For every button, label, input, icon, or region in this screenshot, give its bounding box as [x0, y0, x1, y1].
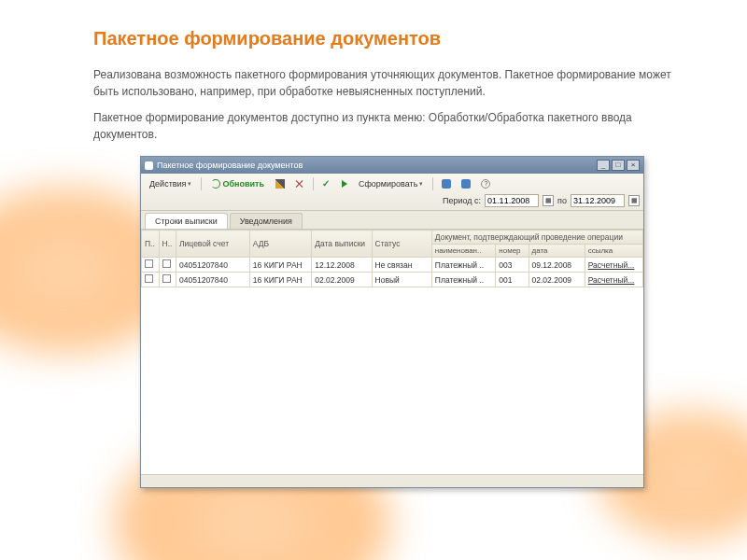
check-button[interactable]: ✓ — [318, 176, 335, 191]
edit-button[interactable] — [272, 176, 289, 191]
check-icon: ✓ — [322, 179, 331, 189]
cell-doc-num: 003 — [496, 258, 529, 273]
settings-button[interactable] — [438, 176, 455, 191]
checkbox-n[interactable] — [162, 274, 171, 283]
refresh-label: Обновить — [222, 179, 264, 189]
cell-account: 04051207840 — [176, 258, 250, 273]
cell-doc-num: 001 — [496, 273, 529, 287]
window-title: Пакетное формирование документов — [157, 161, 593, 170]
question-icon: ? — [481, 179, 490, 189]
titlebar: Пакетное формирование документов _ □ × — [141, 157, 643, 174]
toolbar: Действия Обновить ✓ Сформировать ? Перио… — [141, 174, 643, 211]
col-p[interactable]: П.. — [142, 231, 160, 258]
delete-button[interactable] — [291, 176, 308, 191]
minimize-button[interactable]: _ — [597, 160, 610, 171]
cell-doc-name: Платежный .. — [431, 258, 495, 273]
col-doc-number[interactable]: номер — [496, 245, 529, 258]
grid-container: П.. Н.. Лицевой счет АДБ Дата выписки Ст… — [141, 230, 643, 474]
cell-doc-name: Платежный .. — [431, 273, 495, 287]
cell-date: 12.12.2008 — [312, 258, 372, 273]
cell-adb: 16 КИГИ РАН — [249, 273, 311, 287]
col-date[interactable]: Дата выписки — [312, 231, 372, 258]
period-label: Период с: — [443, 196, 481, 205]
app-window: Пакетное формирование документов _ □ × Д… — [140, 156, 644, 488]
tab-statement-lines[interactable]: Строки выписки — [145, 213, 228, 229]
x-icon — [295, 179, 304, 189]
checkbox-p[interactable] — [145, 274, 153, 283]
run-button[interactable] — [338, 177, 351, 190]
col-document-group[interactable]: Документ, подтверждающий проведение опер… — [431, 231, 642, 245]
separator — [313, 177, 314, 190]
cell-date: 02.02.2009 — [312, 273, 372, 287]
cell-status: Новый — [372, 273, 431, 287]
separator — [432, 177, 433, 190]
date-to-input[interactable] — [571, 194, 625, 207]
play-icon — [342, 180, 347, 188]
tab-bar: Строки выписки Уведомления — [141, 211, 643, 230]
help-button[interactable]: ? — [477, 176, 494, 191]
col-doc-link[interactable]: ссылка — [585, 245, 642, 258]
refresh-button[interactable]: Обновить — [206, 176, 269, 191]
checkbox-p[interactable] — [145, 259, 153, 268]
cell-doc-date: 09.12.2008 — [529, 258, 585, 273]
date-sep: по — [557, 196, 567, 205]
tab-notifications[interactable]: Уведомления — [230, 213, 303, 229]
actions-menu[interactable]: Действия — [145, 176, 196, 191]
gear-icon — [442, 179, 451, 189]
grid-empty-area — [141, 287, 643, 474]
date-from-input[interactable] — [485, 194, 539, 207]
form-button[interactable]: Сформировать — [354, 176, 428, 191]
cell-doc-date: 02.02.2009 — [529, 273, 585, 287]
intro-paragraph-1: Реализована возможность пакетного формир… — [93, 66, 691, 100]
separator — [201, 177, 202, 190]
cell-doc-link[interactable]: Расчетный... — [585, 273, 642, 287]
statusbar — [141, 474, 643, 487]
col-adb[interactable]: АДБ — [249, 231, 311, 258]
cell-doc-link[interactable]: Расчетный... — [585, 258, 642, 273]
app-icon — [145, 161, 153, 170]
page-title: Пакетное формирование документов — [93, 28, 691, 49]
misc-button[interactable] — [458, 176, 474, 191]
close-button[interactable]: × — [627, 160, 640, 171]
table-row[interactable]: 04051207840 16 КИГИ РАН 12.12.2008 Не св… — [142, 258, 643, 273]
maximize-button[interactable]: □ — [612, 160, 625, 171]
col-status[interactable]: Статус — [372, 231, 431, 258]
cell-status: Не связан — [372, 258, 431, 273]
calendar-from-icon[interactable]: ▦ — [543, 195, 554, 206]
col-account[interactable]: Лицевой счет — [176, 231, 250, 258]
pencil-icon — [275, 179, 285, 189]
col-n[interactable]: Н.. — [159, 231, 176, 258]
col-doc-name[interactable]: наименован.. — [431, 245, 495, 258]
checkbox-n[interactable] — [162, 259, 171, 268]
cell-adb: 16 КИГИ РАН — [249, 258, 311, 273]
table-row[interactable]: 04051207840 16 КИГИ РАН 02.02.2009 Новый… — [142, 273, 643, 287]
data-grid: П.. Н.. Лицевой счет АДБ Дата выписки Ст… — [141, 230, 643, 287]
cell-account: 04051207840 — [176, 273, 250, 287]
refresh-icon — [211, 179, 220, 189]
calendar-to-icon[interactable]: ▦ — [628, 195, 640, 206]
intro-paragraph-2: Пакетное формирование документов доступн… — [93, 109, 691, 143]
col-doc-date[interactable]: дата — [529, 245, 585, 258]
period-filter: Период с: ▦ по ▦ — [443, 194, 640, 207]
tool-icon — [461, 179, 471, 189]
